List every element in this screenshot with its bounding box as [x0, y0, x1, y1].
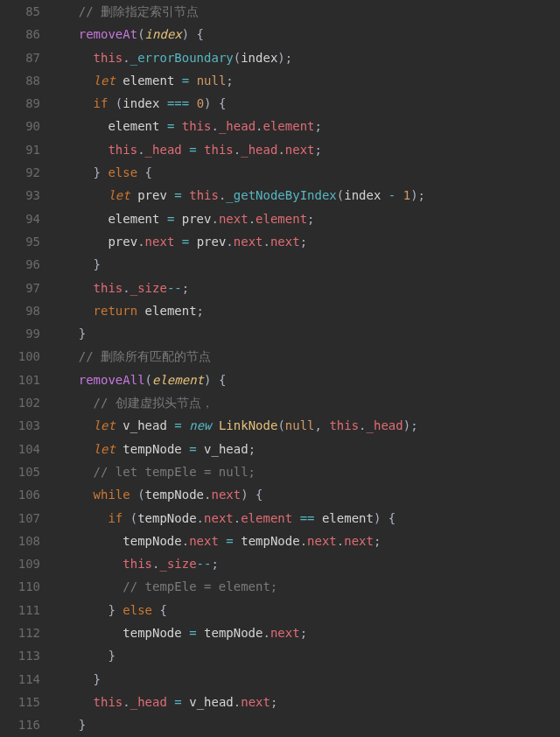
line-number: 114 [5, 668, 40, 691]
code-line[interactable]: if (tempNode.next.element == element) { [49, 507, 560, 530]
line-number: 110 [5, 575, 40, 598]
line-number: 100 [5, 345, 40, 368]
code-line[interactable]: } else { [49, 161, 560, 184]
code-line[interactable]: let tempNode = v_head; [49, 438, 560, 460]
line-number: 107 [5, 507, 40, 530]
code-line[interactable]: // 创建虚拟头节点， [49, 391, 560, 414]
line-number: 89 [5, 92, 40, 115]
code-line[interactable]: // tempEle = element; [49, 575, 560, 598]
line-number: 111 [5, 599, 40, 621]
line-number: 95 [5, 230, 40, 253]
code-editor[interactable]: 8586878889909192939495969798991001011021… [0, 0, 560, 737]
line-number: 105 [5, 460, 40, 483]
line-number: 85 [5, 0, 40, 23]
line-number: 116 [5, 713, 40, 736]
line-number: 106 [5, 483, 40, 506]
code-line[interactable]: removeAt(index) { [49, 23, 560, 46]
line-number: 104 [5, 438, 40, 460]
line-number: 96 [5, 253, 40, 276]
code-line[interactable]: while (tempNode.next) { [49, 483, 560, 506]
code-line[interactable]: this._head = this._head.next; [49, 138, 560, 161]
code-line[interactable]: this._size--; [49, 277, 560, 299]
code-line[interactable]: element = this._head.element; [49, 115, 560, 137]
line-number: 108 [5, 530, 40, 552]
line-number: 101 [5, 368, 40, 391]
line-number: 92 [5, 161, 40, 184]
code-line[interactable]: element = prev.next.element; [49, 207, 560, 230]
code-line[interactable]: this._errorBoundary(index); [49, 46, 560, 69]
code-line[interactable]: tempNode.next = tempNode.next.next; [49, 530, 560, 552]
line-number-gutter: 8586878889909192939495969798991001011021… [0, 0, 49, 737]
line-number: 90 [5, 115, 40, 137]
code-line[interactable]: tempNode = tempNode.next; [49, 621, 560, 644]
code-line[interactable]: this._size--; [49, 552, 560, 575]
line-number: 87 [5, 46, 40, 69]
line-number: 94 [5, 207, 40, 230]
line-number: 88 [5, 69, 40, 92]
code-line[interactable]: } [49, 713, 560, 736]
line-number: 113 [5, 644, 40, 667]
line-number: 98 [5, 299, 40, 322]
code-line[interactable]: } [49, 322, 560, 345]
code-line[interactable]: } else { [49, 599, 560, 621]
code-line[interactable]: } [49, 253, 560, 276]
line-number: 103 [5, 414, 40, 437]
code-line[interactable]: let prev = this._getNodeByIndex(index - … [49, 184, 560, 207]
code-line[interactable]: prev.next = prev.next.next; [49, 230, 560, 253]
code-line[interactable]: if (index === 0) { [49, 92, 560, 115]
code-line[interactable]: removeAll(element) { [49, 368, 560, 391]
line-number: 102 [5, 391, 40, 414]
line-number: 112 [5, 621, 40, 644]
code-line[interactable]: return element; [49, 299, 560, 322]
code-line[interactable]: this._head = v_head.next; [49, 691, 560, 713]
line-number: 97 [5, 277, 40, 299]
line-number: 99 [5, 322, 40, 345]
code-line[interactable]: let v_head = new LinkNode(null, this._he… [49, 414, 560, 437]
line-number: 93 [5, 184, 40, 207]
code-line[interactable]: // 删除所有匹配的节点 [49, 345, 560, 368]
line-number: 86 [5, 23, 40, 46]
code-content[interactable]: // 删除指定索引节点 removeAt(index) { this._erro… [49, 0, 560, 737]
code-line[interactable]: } [49, 644, 560, 667]
code-line[interactable]: let element = null; [49, 69, 560, 92]
code-line[interactable]: // let tempEle = null; [49, 460, 560, 483]
line-number: 115 [5, 691, 40, 713]
code-line[interactable]: } [49, 668, 560, 691]
line-number: 109 [5, 552, 40, 575]
line-number: 91 [5, 138, 40, 161]
code-line[interactable]: // 删除指定索引节点 [49, 0, 560, 23]
